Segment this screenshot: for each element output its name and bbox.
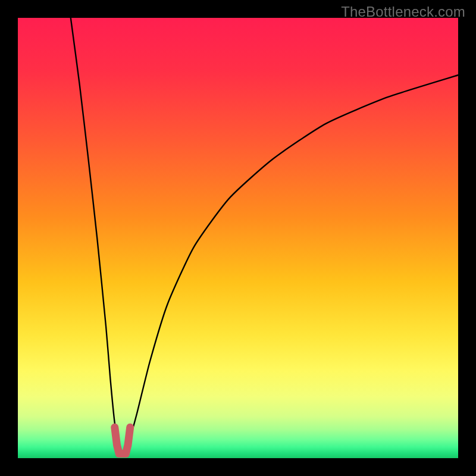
curve-layer — [18, 18, 458, 458]
valley-marker — [115, 427, 130, 453]
chart-frame — [18, 18, 458, 458]
bottleneck-curve — [71, 18, 458, 454]
